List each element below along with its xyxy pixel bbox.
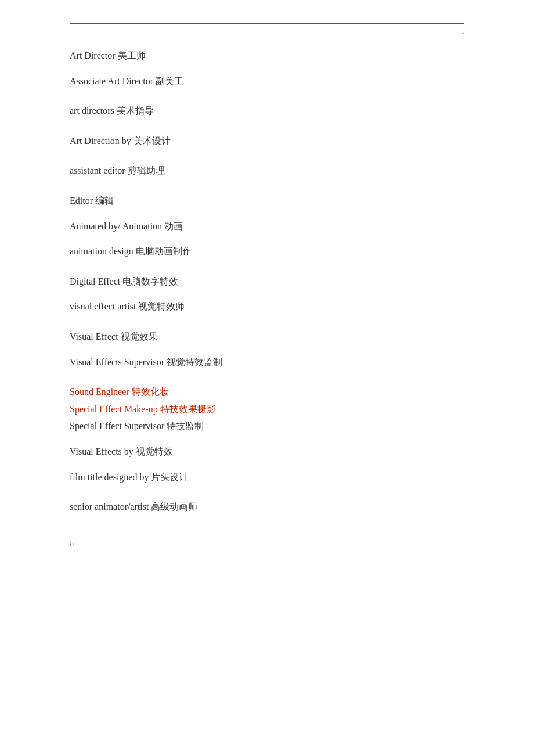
entry-digital-effect: Digital Effect 电脑数字特效 <box>70 274 464 289</box>
entry-art-directors: art directors 美术指导 <box>70 103 464 118</box>
entry-special-effect-supervisor: Special Effect Supervisor 特技监制 <box>70 419 464 434</box>
entry-sound-engineer: Sound Engineer 特效化妆 <box>70 384 464 399</box>
entry-visual-effect: Visual Effect 视觉效果 <box>70 329 464 344</box>
entry-animation-design: animation design 电脑动画制作 <box>70 244 464 259</box>
entry-art-director: Art Director 美工师 <box>70 48 464 63</box>
entry-visual-effects-supervisor: Visual Effects Supervisor 视觉特效监制 <box>70 355 464 370</box>
entry-film-title-designed-by: film title designed by 片头设计 <box>70 470 464 485</box>
entry-editor: Editor 编辑 <box>70 193 464 208</box>
entry-assistant-editor: assistant editor 剪辑助理 <box>70 163 464 178</box>
bottom-marker: ;. <box>70 538 464 547</box>
entry-special-effect-makeup: Special Effect Make-up 特技效果摄影 <box>70 402 464 417</box>
entry-visual-effects-by: Visual Effects by 视觉特效 <box>70 444 464 459</box>
entry-visual-effect-artist: visual effect artist 视觉特效师 <box>70 299 464 314</box>
entry-art-direction-by: Art Direction by 美术设计 <box>70 134 464 149</box>
entry-senior-animator: senior animator/artist 高级动画师 <box>70 499 464 514</box>
top-dots: .. <box>70 27 464 37</box>
entry-animated-by: Animated by/ Animation 动画 <box>70 219 464 234</box>
entry-associate-art-director: Associate Art Director 副美工 <box>70 74 464 89</box>
top-divider <box>70 23 464 24</box>
